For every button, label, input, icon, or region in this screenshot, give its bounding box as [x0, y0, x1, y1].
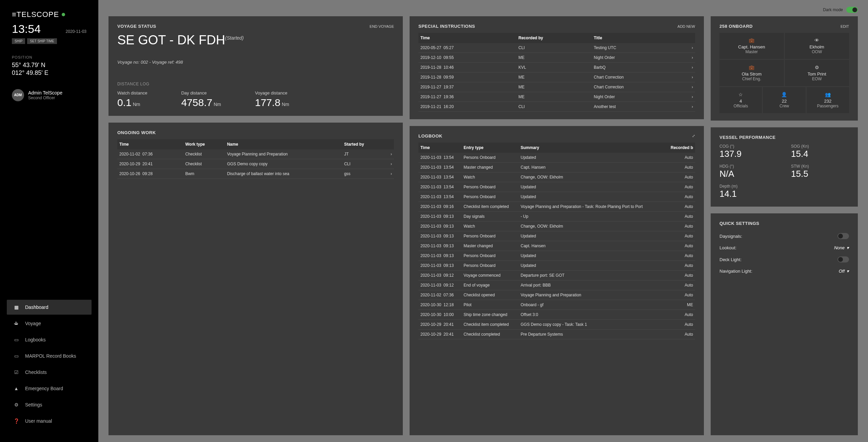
clock-time: 13:54 [12, 22, 41, 36]
chevron-right-icon: › [681, 102, 695, 112]
ongoing-work-panel: ONGOING WORK Time Work type Name Started… [108, 123, 403, 435]
logbook-row[interactable]: 2020-11-03 13:54Persons OnboardUpdatedAu… [418, 153, 695, 163]
logbook-row[interactable]: 2020-11-03 09:13Persons OnboardUpdatedAu… [418, 231, 695, 241]
dark-mode-toggle[interactable] [846, 7, 858, 13]
chevron-right-icon: › [681, 82, 695, 92]
nav-marpol[interactable]: ▭ MARPOL Record Books [7, 349, 92, 363]
ongoing-row[interactable]: 2020-10-26 09:28BwmDischarge of ballast … [117, 169, 394, 179]
records-icon: ▭ [13, 353, 20, 359]
instruction-row[interactable]: 2019-11-27 19:36MENight Order› [418, 92, 695, 102]
logbook-row[interactable]: 2020-11-03 13:54Persons OnboardUpdatedAu… [418, 182, 695, 192]
decklight-label: Deck Light: [719, 257, 742, 262]
nav-checklists[interactable]: ☑ Checklists [7, 365, 92, 380]
perf-metric: HDG (°)N/A [719, 164, 777, 179]
nav-voyage[interactable]: ⛴ Voyage [7, 316, 92, 331]
quick-title: QUICK SETTINGS [719, 221, 760, 226]
instruction-row[interactable]: 2019-11-28 10:46KVLBarbQ› [418, 63, 695, 72]
voyage-status-panel: VOYAGE STATUS END VOYAGE SE GOT - DK FDH… [108, 16, 403, 116]
ship-button[interactable]: SHIP [12, 38, 25, 44]
position-lat: 55° 43.79' N [12, 61, 86, 69]
voyage-route: SE GOT - DK FDH(Started) [117, 33, 394, 47]
ship-icon: ⛴ [13, 320, 20, 327]
help-icon: ❓ [13, 418, 20, 424]
gear-icon: ⚙ [13, 401, 20, 408]
logbook-row[interactable]: 2020-10-30 12:18PilotOnboard - gfME [418, 300, 695, 310]
nav-emergency[interactable]: ▲ Emergency Board [7, 381, 92, 396]
logbook-expand-icon[interactable]: ⤢ [692, 134, 695, 138]
instructions-title: SPECIAL INSTRUCTIONS [418, 24, 475, 29]
perf-metric: SOG (Kn)15.4 [791, 144, 849, 159]
watch-distance: Watch distance 0.1Nm [117, 90, 147, 108]
col-summary: Summary [518, 143, 664, 153]
crew-card[interactable]: 💼Ola StromChief Eng. [719, 60, 784, 86]
col-by: Recorded b [665, 143, 695, 153]
nav: ▦ Dashboard ⛴ Voyage ▭ Logbooks ▭ MARPOL… [0, 300, 98, 435]
logbook-row[interactable]: 2020-11-03 09:13Day signals- UpAuto [418, 212, 695, 222]
nav-checklists-label: Checklists [25, 370, 47, 375]
user-name: Admin TelScope [28, 90, 62, 96]
instruction-row[interactable]: 2019-11-27 19:37MEChart Correction› [418, 82, 695, 92]
dark-mode-label: Dark mode [823, 7, 843, 12]
logbook-row[interactable]: 2020-10-29 20:41Checklist item completed… [418, 320, 695, 330]
voyage-status-title: VOYAGE STATUS [117, 24, 156, 29]
logbook-row[interactable]: 2020-11-03 09:12Voyage commencedDepartur… [418, 271, 695, 280]
ongoing-row[interactable]: 2020-11-02 07:36ChecklistVoyage Planning… [117, 149, 394, 159]
chevron-right-icon: › [384, 169, 394, 179]
col-by: Recorded by [516, 33, 592, 43]
lookout-label: Lookout: [719, 245, 736, 250]
logbook-row[interactable]: 2020-11-03 13:54Persons OnboardUpdatedAu… [418, 192, 695, 202]
logbook-row[interactable]: 2020-10-30 10:00Ship time zone changedOf… [418, 310, 695, 320]
crew-card[interactable]: ⚙Tom PrintEOW [785, 60, 849, 86]
performance-panel: VESSEL PERFORMANCE COG (°)137.9SOG (Kn)1… [711, 127, 858, 207]
set-ship-time-button[interactable]: SET SHIP TIME [27, 38, 57, 44]
crew-card[interactable]: 💼Capt. HansenMaster [719, 33, 784, 59]
col-title: Title [592, 33, 681, 43]
navlight-label: Navigation Light: [719, 269, 752, 274]
perf-metric: Depth (m)14.1 [719, 184, 777, 199]
col-name: Name [225, 139, 342, 149]
col-time: Time [418, 33, 516, 43]
crew-card[interactable]: 👁EkholmOOW [785, 33, 849, 59]
nav-dashboard[interactable]: ▦ Dashboard [7, 300, 92, 315]
chevron-right-icon: › [384, 149, 394, 159]
logbook-row[interactable]: 2020-11-03 09:13Persons OnboardUpdatedAu… [418, 251, 695, 261]
nav-settings-label: Settings [25, 402, 42, 407]
decklight-toggle[interactable] [837, 256, 849, 262]
logbook-row[interactable]: 2020-11-03 13:54WatchChange, OOW: Ekholm… [418, 172, 695, 182]
end-voyage-button[interactable]: END VOYAGE [370, 24, 394, 28]
count-card: 👥232Passengers [807, 87, 849, 113]
nav-manual[interactable]: ❓ User manual [7, 414, 92, 428]
edit-onboard-button[interactable]: EDIT [841, 24, 849, 28]
col-type: Entry type [461, 143, 518, 153]
nav-settings[interactable]: ⚙ Settings [7, 397, 92, 412]
instruction-row[interactable]: 2019-11-28 09:59MEChart Correction› [418, 72, 695, 82]
main: Dark mode VOYAGE STATUS END VOYAGE SE GO… [98, 0, 868, 442]
logbook-row[interactable]: 2020-11-03 13:54Master changedCapt. Hans… [418, 163, 695, 172]
user-row[interactable]: ADM Admin TelScope Second Officer [0, 82, 98, 108]
position-label: POSITION [12, 55, 86, 59]
logbook-row[interactable]: 2020-11-03 09:13WatchChange, OOW: Ekholm… [418, 222, 695, 231]
logbook-row[interactable]: 2020-11-03 09:16Checklist item completed… [418, 202, 695, 212]
ongoing-row[interactable]: 2020-10-29 20:41ChecklistGGS Demo copy c… [117, 159, 394, 169]
instruction-row[interactable]: 2019-12-10 09:55MENight Order› [418, 53, 695, 63]
logbook-row[interactable]: 2020-11-03 09:13Persons OnboardUpdatedAu… [418, 261, 695, 271]
day-distance: Day distance 4758.7Nm [181, 90, 221, 108]
navlight-select[interactable]: Off ▾ [839, 269, 849, 274]
eye-icon: 👁 [788, 38, 846, 43]
chevron-right-icon: › [681, 43, 695, 53]
instruction-row[interactable]: 2019-11-21 16:20CLIAnother test› [418, 102, 695, 112]
nav-logbooks[interactable]: ▭ Logbooks [7, 332, 92, 347]
instructions-panel: SPECIAL INSTRUCTIONS ADD NEW Time Record… [410, 16, 704, 119]
daysignals-toggle[interactable] [837, 233, 849, 239]
onboard-title: 258 ONBOARD [719, 24, 753, 29]
chevron-right-icon: › [681, 53, 695, 63]
logbook-row[interactable]: 2020-11-02 07:36Checklist openedVoyage P… [418, 290, 695, 300]
daysignals-label: Daysignals: [719, 234, 742, 239]
logbook-row[interactable]: 2020-11-03 09:13Master changedCapt. Hans… [418, 241, 695, 251]
instruction-row[interactable]: 2020-05-27 05:27CLITesting UTC› [418, 43, 695, 53]
sidebar: ≡TELSCOPE 13:54 2020-11-03 SHIP SET SHIP… [0, 0, 98, 442]
logbook-row[interactable]: 2020-10-29 20:41Checklist completedPre D… [418, 330, 695, 339]
lookout-select[interactable]: None ▾ [834, 245, 849, 250]
logbook-row[interactable]: 2020-11-03 09:12End of voyageArrival por… [418, 280, 695, 290]
add-instruction-button[interactable]: ADD NEW [677, 24, 695, 28]
